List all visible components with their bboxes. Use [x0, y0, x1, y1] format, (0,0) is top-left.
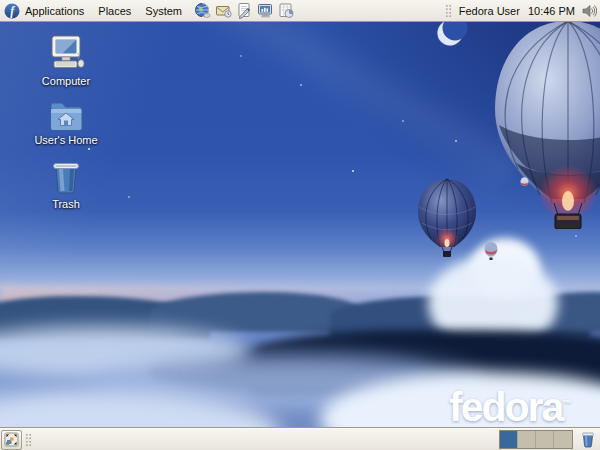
window-list-grip[interactable]	[25, 433, 32, 447]
hot-air-balloon-small	[483, 241, 499, 261]
applications-menu[interactable]: f Applications	[0, 0, 91, 22]
fedora-wordmark-reflection: fedora	[449, 410, 562, 424]
desktop-icon-trash[interactable]: Trash	[22, 160, 110, 210]
icon-label: Computer	[42, 75, 90, 87]
word-processor-icon	[236, 2, 253, 19]
clock[interactable]: 10:46 PM	[525, 5, 580, 17]
email-icon	[215, 2, 232, 19]
hot-air-balloon-large	[482, 17, 600, 229]
star	[240, 55, 242, 57]
volume-icon	[581, 3, 597, 19]
show-desktop-button[interactable]	[1, 430, 22, 450]
applications-menu-label: Applications	[25, 5, 84, 17]
workspace-3[interactable]	[536, 431, 554, 448]
star	[455, 140, 457, 142]
hot-air-balloon-medium	[413, 177, 481, 257]
workspace-4[interactable]	[554, 431, 572, 448]
workspace-1[interactable]	[500, 431, 518, 448]
trash-applet-icon	[580, 431, 596, 448]
spreadsheet-icon	[278, 2, 295, 19]
mountain-silhouette	[150, 292, 360, 332]
top-panel: f Applications Places System	[0, 0, 600, 22]
hot-air-balloon-tiny	[520, 177, 529, 189]
workspace-2[interactable]	[518, 431, 536, 448]
star	[88, 148, 90, 150]
notification-area-grip[interactable]	[445, 4, 452, 18]
presentation-launcher[interactable]	[256, 2, 274, 20]
computer-icon	[45, 33, 87, 73]
panel-launchers	[193, 2, 295, 20]
email-launcher[interactable]	[214, 2, 232, 20]
system-menu-label: System	[145, 5, 182, 17]
presentation-icon	[257, 2, 274, 19]
web-browser-launcher[interactable]	[193, 2, 211, 20]
word-processor-launcher[interactable]	[235, 2, 253, 20]
user-switcher[interactable]: Fedora User	[454, 5, 525, 17]
star	[128, 196, 130, 198]
star	[300, 84, 302, 86]
fedora-logo-icon: f	[4, 3, 20, 19]
spreadsheet-launcher[interactable]	[277, 2, 295, 20]
home-folder-icon	[46, 98, 86, 132]
show-desktop-icon	[4, 432, 19, 447]
star	[575, 235, 577, 237]
workspace-switcher[interactable]	[499, 430, 573, 449]
trash-applet[interactable]	[578, 430, 597, 449]
web-browser-icon	[194, 2, 211, 19]
icon-label: Trash	[52, 198, 80, 210]
star	[402, 120, 404, 122]
icon-label: User's Home	[34, 134, 97, 146]
desktop-screen: fedora™ fedora Computer User's Home	[0, 0, 600, 450]
bottom-panel	[0, 428, 600, 450]
volume-control[interactable]	[580, 2, 598, 20]
system-menu[interactable]: System	[138, 0, 189, 22]
trash-icon	[48, 160, 84, 196]
desktop-icon-users-home[interactable]: User's Home	[22, 98, 110, 146]
places-menu[interactable]: Places	[91, 0, 138, 22]
desktop-icon-computer[interactable]: Computer	[22, 33, 110, 87]
star	[352, 170, 354, 172]
places-menu-label: Places	[98, 5, 131, 17]
